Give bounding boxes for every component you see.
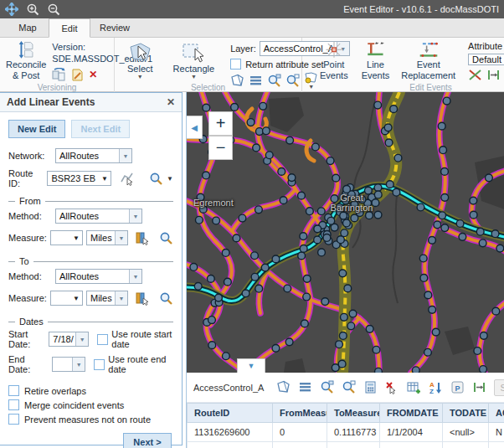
map-zoom-out-button[interactable]: − [208, 136, 233, 160]
use-route-start-label: Use route start date [111, 329, 173, 349]
tab-edit[interactable]: Edit [49, 18, 90, 38]
add-linear-events-panel: Add Linear Events ✕ New Edit Next Edit N… [0, 92, 183, 445]
merge-coincident-checkbox[interactable] [8, 399, 19, 410]
add-record-icon[interactable] [407, 380, 421, 394]
dropdown-button[interactable]: ▼ [129, 209, 141, 223]
column-header[interactable]: AC [489, 404, 504, 423]
to-zoom-measure-icon[interactable] [159, 291, 173, 306]
to-section-label: To [19, 256, 29, 266]
zoom-to-selected-icon[interactable] [320, 380, 334, 394]
to-measure-combobox[interactable]: ▼ [50, 291, 83, 306]
column-header[interactable]: TODATE [443, 404, 489, 423]
from-measure-combobox[interactable]: ▼ [50, 230, 83, 245]
collapse-table-button[interactable]: ▼ [237, 358, 265, 373]
attribute-set-combobox[interactable]: Default [468, 54, 504, 65]
new-edit-button[interactable]: New Edit [8, 120, 65, 138]
compare-versions-icon[interactable] [52, 68, 66, 82]
dropdown-button[interactable]: ▼ [75, 332, 88, 346]
line-events-button[interactable]: Line Events [359, 40, 393, 82]
dropdown-button[interactable]: ▼ [70, 234, 82, 242]
title-bar: Event Editor - v10.6.1 - docMassDOTI [0, 0, 504, 18]
next-edit-button[interactable]: Next Edit [71, 120, 130, 138]
collapse-panel-button[interactable]: ◀ [187, 116, 203, 139]
dropdown-button[interactable]: ▼ [72, 358, 85, 371]
select-polygon-icon[interactable] [276, 380, 291, 394]
zoom-route-dropdown-icon[interactable]: ▼ [167, 177, 173, 181]
dropdown-button[interactable]: ▼ [129, 270, 141, 283]
end-date-picker[interactable]: ▼ [52, 357, 85, 372]
prevent-measures-label: Prevent measures not on route [24, 415, 151, 425]
save-button[interactable]: S [494, 379, 504, 396]
to-method-combobox[interactable]: AllRoutes▼ [55, 269, 142, 284]
window-title: Event Editor - v10.6.1 - docMassDOTI [343, 4, 499, 14]
offset-event-icon[interactable] [486, 68, 501, 82]
field-calculator-icon[interactable] [363, 380, 378, 394]
sort-az-icon[interactable]: AZ [429, 380, 443, 394]
from-measure-picker-icon[interactable] [135, 231, 149, 245]
pan-to-selected-icon[interactable] [342, 380, 356, 394]
clear-selection-icon[interactable] [385, 380, 399, 394]
network-combobox[interactable]: AllRoutes▼ [55, 148, 132, 163]
dropdown-button[interactable]: ▼ [115, 291, 127, 305]
ribbon: Reconcile & Post Version: SDE.MASSDOT_ed… [0, 38, 504, 92]
tab-review[interactable]: Review [90, 18, 139, 37]
reconcile-icon [16, 41, 36, 59]
split-event-icon[interactable] [468, 68, 482, 82]
map-canvas[interactable]: Egremont GreatBarrington ◀ + − ▼ [186, 92, 504, 373]
map-zoom-in-button[interactable]: + [208, 111, 233, 136]
event-replacement-button[interactable]: Event Replacement [399, 40, 458, 82]
pan-icon[interactable] [5, 3, 18, 16]
select-dropdown-icon[interactable]: ▼ [137, 75, 143, 79]
new-version-icon[interactable] [70, 68, 85, 82]
start-date-picker[interactable]: 7/18/▼ [49, 332, 89, 347]
return-attribute-set-checkbox[interactable] [230, 59, 241, 70]
zoom-out-icon[interactable] [47, 3, 60, 16]
to-units-combobox[interactable]: Miles▼ [86, 291, 128, 306]
from-units-combobox[interactable]: Miles▼ [86, 230, 128, 245]
next-button[interactable]: Next > [123, 433, 172, 448]
close-icon[interactable]: ✕ [167, 96, 175, 108]
svg-text:Z: Z [429, 388, 434, 394]
dropdown-button[interactable]: ▼ [70, 295, 82, 302]
svg-text:P: P [455, 384, 460, 393]
attribute-table: RouteID FromMeasure ToMeasure FROMDATE T… [187, 403, 504, 448]
dropdown-button[interactable]: ▼ [119, 149, 131, 162]
zoom-in-icon[interactable] [26, 3, 39, 16]
dropdown-button[interactable]: ▼ [115, 231, 127, 245]
table-row[interactable]: 1131626960000.11167731/1/2004<null>N [188, 423, 504, 442]
panel-title: Add Linear Events [7, 96, 95, 108]
from-method-combobox[interactable]: AllRoutes▼ [55, 209, 142, 224]
delete-version-icon[interactable]: ✕ [89, 69, 97, 80]
prevent-measures-checkbox[interactable] [8, 414, 19, 425]
column-header[interactable]: FromMeasure [273, 404, 327, 423]
reconcile-post-button[interactable]: Reconcile & Post [3, 40, 49, 82]
to-measure-picker-icon[interactable] [135, 291, 149, 306]
column-header[interactable]: FROMDATE [380, 404, 443, 423]
from-method-label: Method: [8, 211, 52, 221]
tab-map[interactable]: Map [7, 18, 49, 37]
column-header[interactable]: RouteID [188, 404, 273, 423]
select-route-on-map-icon[interactable] [120, 172, 134, 186]
table-row[interactable]: 1131627060000.07955961/1/2004<null>N [188, 442, 504, 448]
table-toolbar: AccessControl_A AZ P S [187, 373, 504, 403]
select-button[interactable]: Select ▼ [125, 40, 156, 82]
rectangle-dropdown-icon[interactable]: ▼ [191, 75, 197, 79]
start-date-label: Start Date: [8, 329, 45, 349]
retire-overlaps-checkbox[interactable] [8, 385, 19, 396]
group-edit-events: Point Events Line Events Event Replaceme… [302, 38, 504, 92]
route-id-combobox[interactable]: BSR23 EB▼ [47, 171, 111, 186]
rectangle-button[interactable]: Rectangle ▼ [171, 40, 218, 82]
rectangle-select-icon [181, 41, 206, 63]
from-zoom-measure-icon[interactable] [159, 231, 173, 245]
dropdown-button[interactable]: ▼ [99, 175, 111, 183]
use-route-start-checkbox[interactable] [97, 334, 108, 345]
point-events-button[interactable]: Point Events [317, 40, 351, 82]
offset-icon[interactable] [472, 380, 486, 394]
zoom-to-route-icon[interactable] [149, 172, 163, 186]
use-route-end-checkbox[interactable] [94, 359, 105, 370]
table-layer-name: AccessControl_A [193, 383, 264, 393]
show-attributes-icon[interactable] [298, 380, 312, 394]
dates-section-label: Dates [19, 317, 44, 327]
column-header[interactable]: ToMeasure [327, 404, 380, 423]
identify-icon[interactable]: P [450, 380, 465, 394]
